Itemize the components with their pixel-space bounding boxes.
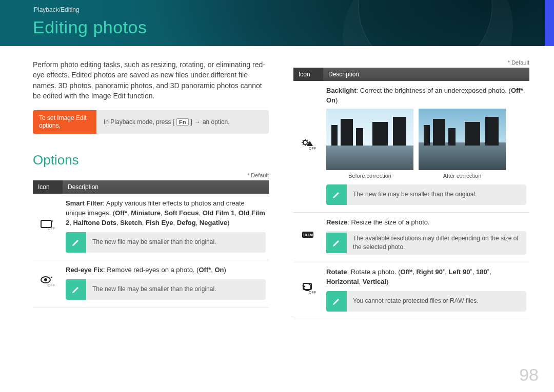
before-image-wrap: Before correction <box>326 109 413 180</box>
table-row: 10.1M Resize: Resize the size of a photo… <box>293 212 529 262</box>
after-caption: After correction <box>419 172 506 180</box>
smart-filter-icon: +OFF <box>40 218 55 231</box>
instruction-bracket: ] <box>191 118 192 126</box>
table-row: OFF Rotate: Rotate a photo. (Off*, Right… <box>293 262 529 319</box>
after-image-wrap: After correction <box>419 109 506 180</box>
note-box: The available resolutions may differ dep… <box>326 231 526 255</box>
svg-point-7 <box>303 140 307 145</box>
redeye-icon: +OFF <box>40 275 55 287</box>
blue-tab <box>545 0 554 46</box>
after-image <box>419 109 506 170</box>
table-row: OFF Backlight: Correct the brightness of… <box>293 81 529 212</box>
page: Playback/Editing Editing photos Perform … <box>0 0 554 392</box>
pen-icon <box>66 279 86 300</box>
resize-desc: Resize: Resize the size of a photo. <box>326 218 526 228</box>
note-text: The new file may be smaller than the ori… <box>86 282 222 297</box>
col-header-desc: Description <box>323 68 529 81</box>
note-text: The new file may be smaller than the ori… <box>347 187 483 202</box>
resize-icon: 10.1M <box>301 229 316 241</box>
instruction-pre: In Playback mode, press [ <box>104 118 174 126</box>
pen-icon <box>326 233 347 253</box>
pen-icon <box>326 291 347 312</box>
redeye-desc: Red-eye Fix: Remove red-eyes on a photo.… <box>66 265 266 275</box>
instruction-post: an option. <box>203 118 230 126</box>
rotate-desc: Rotate: Rotate a photo. (Off*, Right 90˚… <box>326 267 526 287</box>
svg-text:+: + <box>51 219 54 223</box>
note-box: The new file may be smaller than the ori… <box>66 232 266 253</box>
left-column: Perform photo editing tasks, such as res… <box>33 59 269 319</box>
right-column: * Default Icon Description OFF Backl <box>293 59 529 319</box>
svg-point-4 <box>44 278 47 281</box>
page-title: Editing photos <box>33 17 147 37</box>
default-note-left: * Default <box>33 172 269 178</box>
instruction-label: To set Image Edit options, <box>33 110 96 134</box>
smart-filter-desc: Smart Filter: Apply various filter effec… <box>66 199 266 228</box>
instruction-body: In Playback mode, press [ Fn ] → an opti… <box>96 110 269 134</box>
col-header-icon: Icon <box>293 68 323 81</box>
note-text: You cannot rotate protected files or RAW… <box>347 294 485 308</box>
fn-key-icon: Fn <box>176 118 188 126</box>
note-box: You cannot rotate protected files or RAW… <box>326 291 526 312</box>
svg-text:OFF: OFF <box>309 291 316 294</box>
options-heading: Options <box>33 152 269 168</box>
before-image <box>326 109 413 170</box>
header-banner: Playback/Editing Editing photos <box>0 0 554 46</box>
before-after-row: Before correction <box>326 109 526 180</box>
rotate-icon: OFF <box>301 282 316 294</box>
breadcrumb: Playback/Editing <box>34 6 80 13</box>
table-row: +OFF Red-eye Fix: Remove red-eyes on a p… <box>33 260 269 307</box>
svg-text:+: + <box>50 275 53 280</box>
svg-text:OFF: OFF <box>309 147 316 150</box>
options-table-right: Icon Description OFF Backlight: Correct … <box>293 68 529 319</box>
arrow-icon: → <box>194 118 201 126</box>
note-box: The new file may be smaller than the ori… <box>66 279 266 300</box>
col-header-icon: Icon <box>33 180 63 194</box>
backlight-desc: Backlight: Correct the brightness of an … <box>326 86 526 106</box>
page-number: 98 <box>519 365 539 385</box>
before-caption: Before correction <box>326 172 413 180</box>
svg-text:OFF: OFF <box>48 227 55 231</box>
pen-icon <box>326 184 347 205</box>
svg-text:10.1M: 10.1M <box>303 233 313 237</box>
instruction-row: To set Image Edit options, In Playback m… <box>33 110 269 134</box>
options-table-left: Icon Description +OFF Smart Filter: Appl… <box>33 180 269 307</box>
svg-rect-0 <box>41 220 51 228</box>
note-text: The new file may be smaller than the ori… <box>86 235 222 250</box>
note-text: The available resolutions may differ dep… <box>347 231 526 255</box>
table-row: +OFF Smart Filter: Apply various filter … <box>33 194 269 260</box>
default-note-right: * Default <box>293 59 529 66</box>
col-header-desc: Description <box>63 180 269 194</box>
intro-text: Perform photo editing tasks, such as res… <box>33 59 269 101</box>
backlight-icon: OFF <box>301 138 316 150</box>
note-box: The new file may be smaller than the ori… <box>326 184 526 205</box>
pen-icon <box>66 232 86 253</box>
svg-text:OFF: OFF <box>48 283 55 287</box>
